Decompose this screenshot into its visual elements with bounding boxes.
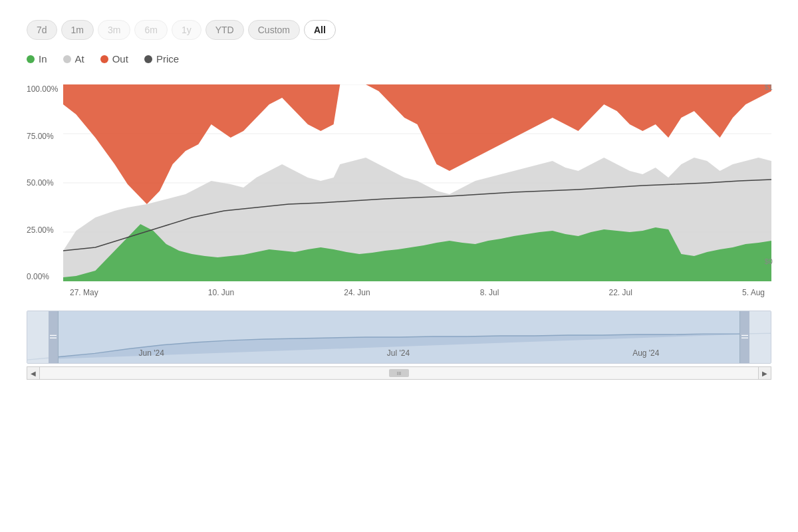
x-label: 5. Aug xyxy=(742,288,765,297)
legend-item-in: In xyxy=(27,53,47,65)
scroll-track[interactable]: III xyxy=(40,366,758,380)
navigator-handle-left[interactable]: || xyxy=(49,311,58,363)
page-wrapper: 7d1m3m6m1yYTDCustomAll In At Out Price 1… xyxy=(0,0,798,532)
time-btn-1y: 1y xyxy=(172,20,201,40)
legend-dot-out xyxy=(100,55,108,63)
legend: In At Out Price xyxy=(27,53,771,65)
legend-item-at: At xyxy=(63,53,84,65)
time-btn-7d[interactable]: 7d xyxy=(27,20,57,40)
handle-left-icon: || xyxy=(50,334,57,340)
navigator-handle-right[interactable]: || xyxy=(740,311,749,363)
y-axis: 100.00%75.00%50.00%25.00%0.00% xyxy=(27,84,68,297)
main-chart: 100.00%75.00%50.00%25.00%0.00% $1 xyxy=(27,84,771,297)
y-label: 100.00% xyxy=(27,84,68,94)
navigator-container: || || Jun '24Jul '24Aug '24 xyxy=(27,311,771,364)
time-btn-1m[interactable]: 1m xyxy=(61,20,94,40)
legend-dot-price xyxy=(144,55,152,63)
y-label: 0.00% xyxy=(27,272,68,281)
scroll-handle-icon: III xyxy=(397,370,402,376)
time-btn-6m: 6m xyxy=(134,20,167,40)
time-btn-ytd[interactable]: YTD xyxy=(205,20,244,40)
time-btn-all[interactable]: All xyxy=(304,20,336,40)
time-btn-3m: 3m xyxy=(98,20,130,40)
x-label: 8. Jul xyxy=(480,288,499,297)
legend-item-out: Out xyxy=(100,53,128,65)
legend-label-at: At xyxy=(75,53,84,65)
x-label: 27. May xyxy=(70,288,98,297)
scroll-left-button[interactable]: ◀ xyxy=(27,366,40,380)
price-label-bottom: $0 xyxy=(765,257,773,265)
x-label: 22. Jul xyxy=(609,288,632,297)
handle-right-icon: || xyxy=(741,334,749,340)
x-axis: 27. May10. Jun24. Jun8. Jul22. Jul5. Aug xyxy=(63,288,771,297)
price-label-top: $1 xyxy=(765,83,773,91)
navigator-selected[interactable] xyxy=(58,311,740,363)
legend-label-out: Out xyxy=(112,53,128,65)
chart-area: $1 $0 xyxy=(63,84,771,281)
time-range-bar: 7d1m3m6m1yYTDCustomAll xyxy=(27,20,771,40)
legend-label-price: Price xyxy=(156,53,179,65)
scrollbar: ◀ III ▶ xyxy=(27,366,771,380)
y-label: 25.00% xyxy=(27,225,68,235)
scroll-right-button[interactable]: ▶ xyxy=(758,366,771,380)
legend-dot-in xyxy=(27,55,35,63)
y-label: 50.00% xyxy=(27,178,68,188)
x-label: 10. Jun xyxy=(208,288,234,297)
legend-label-in: In xyxy=(39,53,47,65)
y-label: 75.00% xyxy=(27,132,68,141)
legend-item-price: Price xyxy=(144,53,179,65)
scroll-handle[interactable]: III xyxy=(389,369,409,377)
legend-dot-at xyxy=(63,55,71,63)
navigator-section: || || Jun '24Jul '24Aug '24 ◀ III ▶ xyxy=(27,311,771,380)
time-btn-custom[interactable]: Custom xyxy=(248,20,300,40)
x-label: 24. Jun xyxy=(344,288,370,297)
